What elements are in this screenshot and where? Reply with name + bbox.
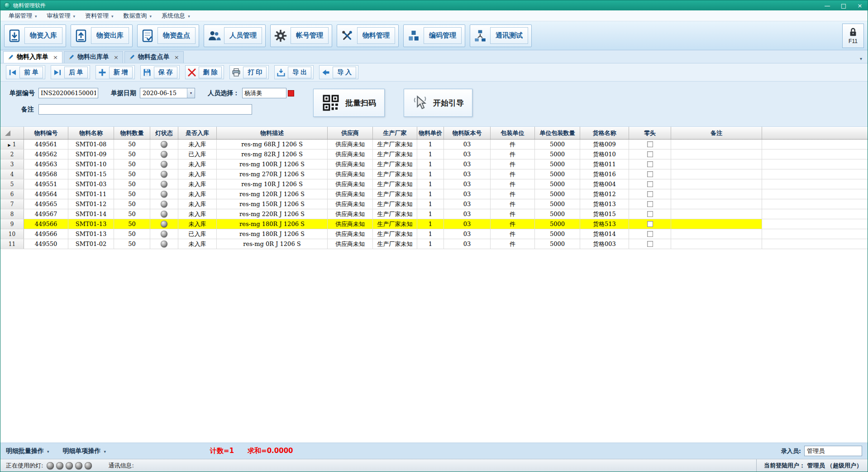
row-header[interactable]: 9 <box>0 219 24 229</box>
menu-item[interactable]: 单据管理 <box>4 11 42 21</box>
tail-checkbox[interactable] <box>647 221 653 227</box>
toolbar-button[interactable]: 物资入库 <box>4 24 66 47</box>
cell-package-qty: 5000 <box>535 140 580 149</box>
column-header[interactable]: 包装单位 <box>491 127 535 139</box>
material-grid: 物料编号 物料名称 物料数量 灯状态 是否入库 物料描述 供应商 生产厂家 物料… <box>0 127 868 443</box>
menu-item[interactable]: 系统信息 <box>157 11 195 21</box>
maximize-button[interactable]: □ <box>839 2 848 9</box>
table-row[interactable]: 11 449550 SMT01-02 50 未入库 res-mg 0R J 12… <box>0 239 868 249</box>
minimize-button[interactable]: — <box>823 2 831 9</box>
tail-checkbox[interactable] <box>647 181 653 187</box>
chevron-down-icon[interactable] <box>187 88 195 98</box>
menu-item[interactable]: 数据查询 <box>119 11 157 21</box>
menu-item[interactable]: 资料管理 <box>81 11 118 21</box>
doc-no-input[interactable] <box>38 88 98 98</box>
cell-stock-status: 未入库 <box>178 159 217 169</box>
table-row[interactable]: 6 449564 SMT01-11 50 未入库 res-mg 120R J 1… <box>0 189 868 199</box>
column-header[interactable]: 物料版本号 <box>444 127 491 139</box>
table-row[interactable]: 9 449566 SMT01-13 50 未入库 res-mg 180R J 1… <box>0 219 868 229</box>
action-button[interactable]: 前 单 <box>6 65 45 79</box>
row-header[interactable]: 3 <box>0 159 24 169</box>
row-header[interactable]: 10 <box>0 229 24 239</box>
single-ops-dropdown[interactable]: 明细单项操作 <box>63 447 106 455</box>
toolbar-button[interactable]: 编码管理 <box>403 24 465 47</box>
tail-checkbox[interactable] <box>647 231 653 237</box>
row-header[interactable]: 2 <box>0 149 24 159</box>
tab[interactable]: 物料出库单 <box>64 51 123 63</box>
tab[interactable]: 物料盘点单 <box>124 51 184 63</box>
column-header[interactable]: 零头 <box>629 127 671 139</box>
tail-checkbox[interactable] <box>647 171 653 177</box>
tail-checkbox[interactable] <box>647 211 653 217</box>
tab[interactable]: 物料入库单 <box>3 51 62 63</box>
action-button[interactable]: 新 增 <box>95 65 135 79</box>
cell-tail <box>629 229 671 239</box>
cell-description: res-mg 100R J 1206 S <box>217 159 328 169</box>
column-header[interactable]: 供应商 <box>328 127 373 139</box>
cell-package-qty: 5000 <box>535 219 580 229</box>
select-all-corner[interactable] <box>0 127 24 139</box>
column-header[interactable]: 生产厂家 <box>373 127 417 139</box>
column-header[interactable]: 物料单价 <box>417 127 444 139</box>
column-header[interactable]: 物料名称 <box>68 127 114 139</box>
toolbar-button[interactable]: 人员管理 <box>204 24 266 47</box>
close-button[interactable]: × <box>856 2 864 9</box>
action-button[interactable]: 保 存 <box>140 65 180 79</box>
doc-date-select[interactable]: 2020-06-15 <box>140 88 195 98</box>
column-header[interactable]: 物料数量 <box>114 127 150 139</box>
table-row[interactable]: 1 449561 SMT01-08 50 未入库 res-mg 68R J 12… <box>0 140 868 149</box>
tab-close-icon[interactable] <box>114 54 119 61</box>
note-input[interactable] <box>38 104 252 115</box>
action-button[interactable]: 导 出 <box>274 65 314 79</box>
action-button[interactable]: 导 入 <box>319 65 358 79</box>
tail-checkbox[interactable] <box>647 151 653 157</box>
row-header[interactable]: 8 <box>0 209 24 219</box>
toolbar-button[interactable]: 物料管理 <box>337 24 399 47</box>
table-row[interactable]: 2 449562 SMT01-09 50 已入库 res-mg 82R J 12… <box>0 149 868 159</box>
column-header[interactable]: 是否入库 <box>178 127 217 139</box>
tab-scroll-chevron-icon[interactable] <box>856 56 866 63</box>
column-header[interactable]: 物料描述 <box>217 127 328 139</box>
action-button[interactable]: 打 印 <box>229 65 269 79</box>
table-row[interactable]: 5 449551 SMT01-03 50 未入库 res-mg 10R J 12… <box>0 179 868 189</box>
lock-f11-button[interactable]: F11 <box>842 24 864 48</box>
toolbar-button[interactable]: 帐号管理 <box>270 24 332 47</box>
table-row[interactable]: 8 449567 SMT01-14 50 未入库 res-mg 220R J 1… <box>0 209 868 219</box>
table-row[interactable]: 3 449563 SMT01-10 50 未入库 res-mg 100R J 1… <box>0 159 868 169</box>
tail-checkbox[interactable] <box>647 201 653 207</box>
tail-checkbox[interactable] <box>647 161 653 167</box>
tail-checkbox[interactable] <box>647 241 653 247</box>
row-header[interactable]: 5 <box>0 179 24 189</box>
person-input[interactable] <box>242 88 286 98</box>
menu-item[interactable]: 审核管理 <box>43 11 80 21</box>
table-row[interactable]: 10 449566 SMT01-13 50 已入库 res-mg 180R J … <box>0 229 868 239</box>
start-guide-button[interactable]: 开始引导 <box>404 89 472 117</box>
row-header[interactable]: 4 <box>0 169 24 179</box>
action-button[interactable]: 删 除 <box>185 65 224 79</box>
person-color-button[interactable] <box>288 90 294 96</box>
table-row[interactable]: 7 449565 SMT01-12 50 未入库 res-mg 150R J 1… <box>0 199 868 209</box>
row-header[interactable]: 1 <box>0 140 24 149</box>
title-bar[interactable]: 物料管理软件 — □ × <box>0 0 868 10</box>
column-header[interactable]: 物料编号 <box>24 127 68 139</box>
column-header[interactable]: 货格名称 <box>580 127 629 139</box>
toolbar-button[interactable]: 物资盘点 <box>137 24 199 47</box>
row-header[interactable]: 6 <box>0 189 24 199</box>
cell-unit-price: 1 <box>417 199 444 209</box>
batch-scan-button[interactable]: 批量扫码 <box>313 89 385 117</box>
tail-checkbox[interactable] <box>647 141 653 147</box>
row-header[interactable]: 11 <box>0 239 24 249</box>
row-header[interactable]: 7 <box>0 199 24 209</box>
column-header[interactable]: 灯状态 <box>150 127 178 139</box>
batch-ops-dropdown[interactable]: 明细批量操作 <box>6 447 49 455</box>
column-header[interactable]: 单位包装数量 <box>535 127 580 139</box>
toolbar-button[interactable]: 通讯测试 <box>470 24 532 47</box>
operator-input[interactable] <box>804 446 862 456</box>
tab-close-icon[interactable] <box>53 54 58 61</box>
action-button[interactable]: 后 单 <box>51 65 90 79</box>
tab-close-icon[interactable] <box>174 54 179 61</box>
column-header[interactable]: 备注 <box>671 127 762 139</box>
toolbar-button[interactable]: 物资出库 <box>71 24 133 47</box>
tail-checkbox[interactable] <box>647 191 653 197</box>
table-row[interactable]: 4 449568 SMT01-15 50 未入库 res-mg 270R J 1… <box>0 169 868 179</box>
